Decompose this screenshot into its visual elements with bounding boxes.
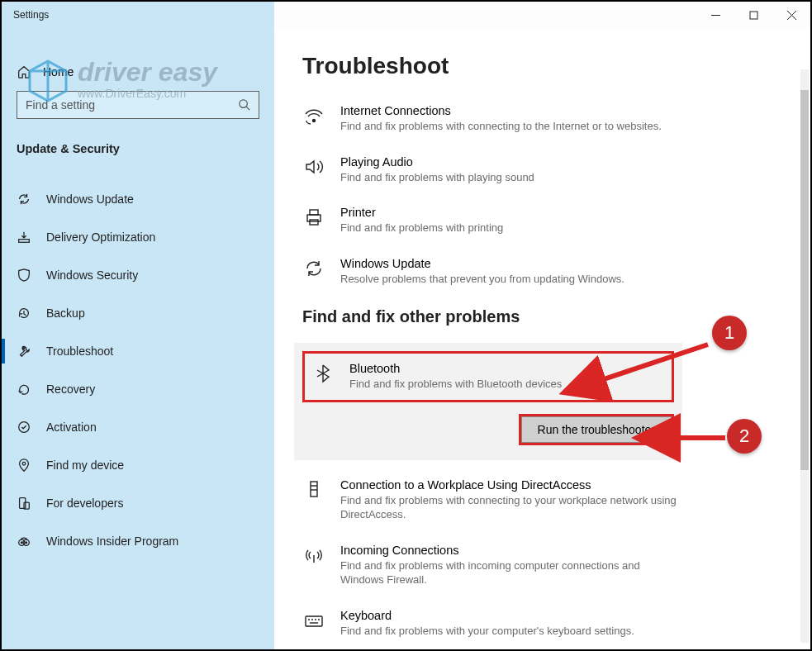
other-troubleshooter-list: Connection to a Workplace Using DirectAc… xyxy=(302,478,782,649)
home-icon xyxy=(17,64,31,79)
location-icon xyxy=(17,458,31,473)
search-input[interactable] xyxy=(26,98,238,112)
svg-point-13 xyxy=(22,462,26,465)
titlebar: Settings xyxy=(2,2,810,28)
troubleshooter-keyboard[interactable]: KeyboardFind and fix problems with your … xyxy=(302,609,682,639)
ts-title: Internet Connections xyxy=(340,104,662,117)
sidebar-item-for-developers[interactable]: For developers xyxy=(2,484,274,522)
ts-desc: Resolve problems that prevent you from u… xyxy=(340,272,624,287)
ts-title: Incoming Connections xyxy=(340,544,682,557)
ts-desc: Find and fix problems with incoming comp… xyxy=(340,558,682,587)
svg-point-19 xyxy=(26,542,27,544)
wifi-icon xyxy=(302,104,325,127)
ts-title: Windows Update xyxy=(340,257,624,270)
svg-rect-1 xyxy=(750,12,757,19)
svg-rect-14 xyxy=(20,498,26,509)
main-panel: Troubleshoot Internet ConnectionsFind an… xyxy=(274,28,810,649)
svg-point-18 xyxy=(21,542,22,544)
ts-desc: Find and fix problems with your computer… xyxy=(340,624,634,639)
svg-line-10 xyxy=(246,107,249,110)
sidebar-item-backup[interactable]: Backup xyxy=(2,294,274,332)
sidebar-item-label: Recovery xyxy=(46,383,95,396)
sidebar-nav: Windows Update Delivery Optimization Win… xyxy=(2,180,274,560)
troubleshooter-windows-update[interactable]: Windows UpdateResolve problems that prev… xyxy=(302,257,682,287)
search-box[interactable] xyxy=(17,91,259,119)
shield-icon xyxy=(17,268,31,283)
sidebar-item-label: For developers xyxy=(46,497,123,510)
troubleshooter-internet-connections[interactable]: Internet ConnectionsFind and fix problem… xyxy=(302,104,682,134)
svg-rect-28 xyxy=(306,616,322,626)
ts-desc: Find and fix problems with connecting to… xyxy=(340,119,662,134)
page-title: Troubleshoot xyxy=(302,53,782,79)
troubleshooter-incoming-connections[interactable]: Incoming ConnectionsFind and fix problem… xyxy=(302,544,682,587)
sidebar-item-windows-security[interactable]: Windows Security xyxy=(2,256,274,294)
ts-desc: Find and fix problems with Bluetooth dev… xyxy=(349,377,562,392)
close-button[interactable] xyxy=(772,2,810,28)
sidebar-section-header: Update & Security xyxy=(17,142,259,155)
sidebar-item-windows-update[interactable]: Windows Update xyxy=(2,180,274,218)
sidebar-item-delivery-optimization[interactable]: Delivery Optimization xyxy=(2,218,274,256)
svg-rect-11 xyxy=(19,240,30,243)
recovery-icon xyxy=(17,382,31,397)
printer-icon xyxy=(302,206,325,229)
svg-point-12 xyxy=(19,422,30,433)
ts-desc: Find and fix problems with playing sound xyxy=(340,170,534,185)
history-icon xyxy=(17,306,31,321)
sidebar-item-label: Windows Insider Program xyxy=(46,535,178,548)
ts-title: Playing Audio xyxy=(340,155,534,169)
sidebar-item-label: Windows Update xyxy=(46,192,134,206)
sidebar-item-label: Backup xyxy=(46,306,85,320)
bluetooth-icon xyxy=(311,362,335,385)
ts-title: Bluetooth xyxy=(349,362,562,375)
check-circle-icon xyxy=(17,420,31,435)
window-title: Settings xyxy=(13,9,49,21)
sync-icon xyxy=(302,257,325,280)
antenna-icon xyxy=(302,544,325,567)
server-icon xyxy=(302,478,325,501)
window-controls xyxy=(696,2,810,28)
sidebar-item-label: Windows Security xyxy=(46,268,138,282)
svg-rect-24 xyxy=(311,482,317,497)
subheader: Find and fix other problems xyxy=(302,307,782,326)
sidebar-item-label: Delivery Optimization xyxy=(46,230,155,244)
minimize-button[interactable] xyxy=(696,2,734,28)
svg-point-9 xyxy=(240,100,247,107)
sidebar-item-label: Find my device xyxy=(46,459,124,472)
sidebar-item-recovery[interactable]: Recovery xyxy=(2,370,274,408)
ts-title: Connection to a Workplace Using DirectAc… xyxy=(340,478,682,492)
ts-desc: Find and fix problems with connecting to… xyxy=(340,493,682,522)
search-icon xyxy=(238,98,250,112)
scrollbar-thumb[interactable] xyxy=(800,90,809,470)
sidebar-item-windows-insider-program[interactable]: Windows Insider Program xyxy=(2,522,274,560)
sidebar-item-activation[interactable]: Activation xyxy=(2,408,274,446)
sidebar: driver easy www.DriverEasy.com Home Upda… xyxy=(2,28,274,649)
wrench-icon xyxy=(17,344,31,359)
troubleshooter-directaccess[interactable]: Connection to a Workplace Using DirectAc… xyxy=(302,478,682,522)
insider-icon xyxy=(17,534,31,549)
download-icon xyxy=(17,230,31,245)
troubleshooter-playing-audio[interactable]: Playing AudioFind and fix problems with … xyxy=(302,155,682,185)
developer-icon xyxy=(17,496,31,511)
keyboard-icon xyxy=(302,609,325,632)
svg-rect-23 xyxy=(310,220,318,225)
sidebar-item-label: Troubleshoot xyxy=(46,345,113,358)
home-label: Home xyxy=(43,65,74,78)
troubleshooter-printer[interactable]: PrinterFind and fix problems with printi… xyxy=(302,206,682,235)
maximize-button[interactable] xyxy=(734,2,772,28)
speaker-icon xyxy=(302,155,325,178)
expanded-troubleshooter: BluetoothFind and fix problems with Blue… xyxy=(294,343,682,460)
sidebar-item-troubleshoot[interactable]: Troubleshoot xyxy=(2,332,274,370)
troubleshooter-bluetooth[interactable]: BluetoothFind and fix problems with Blue… xyxy=(302,351,674,402)
sidebar-item-label: Activation xyxy=(46,421,97,434)
sync-icon xyxy=(17,192,31,207)
run-troubleshooter-button[interactable]: Run the troubleshooter xyxy=(519,414,674,445)
ts-desc: Find and fix problems with printing xyxy=(340,221,503,235)
troubleshooter-list: Internet ConnectionsFind and fix problem… xyxy=(302,104,782,286)
ts-title: Keyboard xyxy=(340,609,634,622)
sidebar-item-find-my-device[interactable]: Find my device xyxy=(2,446,274,484)
ts-title: Printer xyxy=(340,206,503,219)
svg-rect-22 xyxy=(310,210,318,215)
home-link[interactable]: Home xyxy=(17,64,259,79)
svg-point-20 xyxy=(313,120,316,122)
